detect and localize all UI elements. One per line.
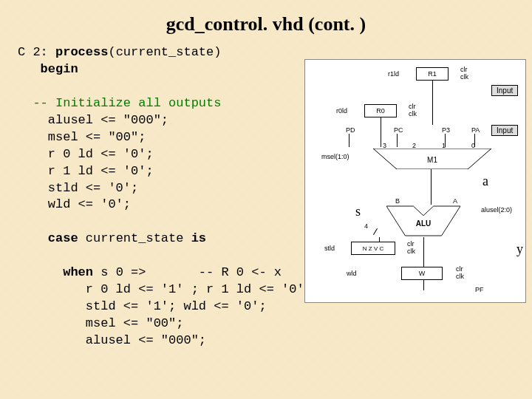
label-b: B	[395, 197, 400, 205]
code-line: C 2:	[18, 45, 55, 59]
code-line: r 0 ld <= '0';	[18, 147, 154, 161]
keyword-is: is	[191, 231, 206, 245]
label-stld: stld	[324, 245, 335, 252]
slide-title: gcd_control. vhd (cont. )	[0, 0, 532, 44]
code-line: stld <= '1'; wld <= '0';	[18, 299, 267, 313]
label-pf: PF	[475, 286, 484, 293]
code-line: wld <= '0';	[18, 197, 131, 211]
label-clk: clk	[460, 73, 468, 81]
code-line: alusel <= "000";	[18, 113, 168, 127]
label-p3: P3	[442, 126, 450, 134]
code-line: stld <= '0';	[18, 181, 138, 195]
wire	[423, 280, 424, 290]
wire	[431, 169, 432, 205]
wire	[432, 81, 433, 125]
keyword-case: case	[18, 231, 78, 245]
keyword-when: when	[18, 265, 93, 279]
annot-y: y	[516, 242, 523, 257]
annot-a: a	[482, 174, 488, 189]
block-r0: R0	[364, 104, 397, 117]
code-line: r 1 ld <= '0';	[18, 164, 154, 178]
label-msel: msel(1:0)	[321, 153, 349, 160]
code-line: msel <= "00";	[18, 130, 146, 144]
wire	[379, 237, 380, 242]
code-line: r 0 ld <= '1' ; r 1 ld <= '0';	[18, 282, 312, 296]
code-line: alusel <= "000";	[18, 333, 206, 347]
code-line: msel <= "00";	[18, 316, 183, 330]
code-line: (current_state)	[108, 45, 221, 59]
label-clr: clr	[456, 265, 463, 273]
label-r0ld: r0ld	[336, 107, 347, 115]
wire	[349, 134, 349, 147]
block-diagram: R1 clr clk r1ld Input R0 clr clk r0ld PD…	[304, 59, 526, 303]
block-nzvc: N Z V C	[351, 242, 395, 255]
label-pc: PC	[394, 126, 403, 134]
block-w: W	[401, 267, 443, 280]
wire	[381, 117, 381, 147]
label-clk: clk	[407, 248, 415, 255]
label-bus-4: 4	[364, 222, 368, 230]
code-line: current_state	[78, 231, 191, 245]
label-wld: wld	[347, 270, 357, 277]
label-pa: PA	[471, 126, 480, 134]
wire	[397, 134, 398, 147]
label-clr: clr	[409, 103, 416, 110]
block-alu: ALU	[386, 205, 460, 237]
mux-m1: M1	[373, 149, 491, 169]
block-r1: R1	[416, 67, 449, 81]
keyword-begin: begin	[18, 62, 78, 76]
keyword-process: process	[55, 45, 108, 59]
comment-line: -- Initialize all outputs	[18, 96, 221, 110]
label-a: A	[453, 197, 457, 205]
alu-label: ALU	[416, 219, 432, 228]
wire	[423, 237, 424, 267]
code-line: s 0 => -- R 0 <- x	[93, 265, 282, 279]
annot-s: s	[355, 204, 361, 219]
input-box-1: Input	[491, 85, 518, 96]
label-r1ld: r1ld	[388, 70, 399, 78]
label-clr: clr	[460, 66, 468, 73]
label-clk: clk	[409, 110, 417, 117]
mux-label: M1	[427, 156, 437, 164]
label-alusel: alusel(2:0)	[481, 206, 512, 214]
label-clr: clr	[407, 240, 415, 248]
bus-slash	[373, 228, 378, 235]
label-pd: PD	[346, 126, 355, 134]
label-clk: clk	[456, 273, 464, 280]
input-box-2: Input	[491, 125, 518, 136]
